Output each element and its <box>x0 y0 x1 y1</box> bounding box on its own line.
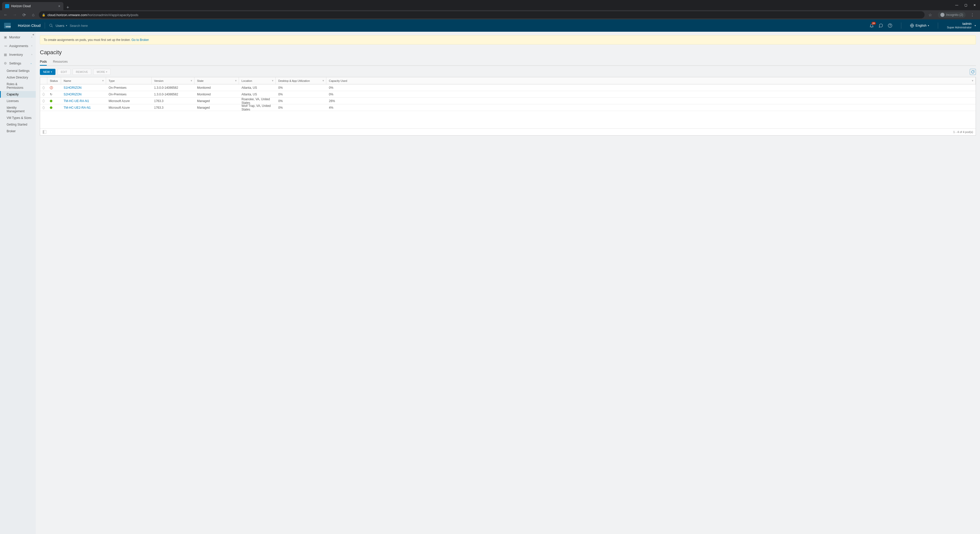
filter-icon[interactable]: ▼ <box>971 79 974 82</box>
feedback-button[interactable] <box>878 23 883 28</box>
cell-capacity: 0% <box>326 91 976 97</box>
cell-desktop: 0% <box>276 91 326 97</box>
col-type[interactable]: Type <box>106 77 151 84</box>
sidebar-sub-getting[interactable]: Getting Started <box>0 121 36 128</box>
sidebar-sub-ad[interactable]: Active Directory <box>0 74 36 81</box>
filter-icon[interactable]: ▼ <box>102 79 104 82</box>
svg-line-1 <box>52 26 52 27</box>
row-radio[interactable] <box>43 106 45 109</box>
chevron-down-icon: ▾ <box>928 24 929 27</box>
table-row[interactable]: !S1HORIZONOn-Premises1.3.0.0-14086582Mon… <box>40 84 976 91</box>
grid-footer: 1 - 4 of 4 pod(s) <box>40 128 976 135</box>
new-button[interactable]: NEW ▾ <box>40 69 56 75</box>
row-radio[interactable] <box>43 93 45 96</box>
maximize-button[interactable]: ▢ <box>964 3 967 7</box>
cell-version: 1.3.0.0-14086582 <box>151 91 194 97</box>
search-icon[interactable] <box>49 24 53 28</box>
lock-icon: 🔒 <box>42 13 46 17</box>
reload-button[interactable]: ⟳ <box>21 11 28 18</box>
error-icon: ! <box>50 86 53 89</box>
col-version[interactable]: Version▼ <box>151 77 194 84</box>
gear-icon: ⚙ <box>3 61 7 65</box>
refresh-button[interactable] <box>970 69 976 75</box>
sidebar-sub-roles[interactable]: Roles & Permissions <box>0 81 36 91</box>
page-tabs: Pods Resources <box>40 58 976 66</box>
browser-menu-button[interactable]: ⋮ <box>969 11 976 18</box>
incognito-badge[interactable]: Incognito (2) <box>938 12 966 18</box>
language-selector[interactable]: English ▾ <box>910 24 929 28</box>
pod-name-link[interactable]: S2HORIZON <box>64 92 81 96</box>
tab-favicon <box>5 4 9 8</box>
bookmark-button[interactable]: ☆ <box>927 11 934 18</box>
close-window-button[interactable]: ✕ <box>974 3 976 7</box>
sidebar-item-assignments[interactable]: ⫘Assignments › <box>0 41 36 50</box>
col-name[interactable]: Name▼ <box>61 77 106 84</box>
pod-name-link[interactable]: TM-HC-UE2-RA-N1 <box>64 106 91 110</box>
status-ok-icon <box>50 100 52 102</box>
new-tab-button[interactable]: + <box>64 5 72 10</box>
home-button[interactable]: ⌂ <box>30 11 37 18</box>
cell-capacity: 4% <box>326 104 976 111</box>
filter-icon[interactable]: ▼ <box>190 79 192 82</box>
app-header: vmw Horizon Cloud Users ▾ 20 English ▾ <box>0 19 980 32</box>
sidebar-item-inventory[interactable]: ▦Inventory › <box>0 50 36 59</box>
globe-icon <box>910 24 914 28</box>
cell-location: Wolf Trap, VA, United States <box>239 104 276 111</box>
row-radio[interactable] <box>43 86 45 89</box>
col-state[interactable]: State▼ <box>194 77 239 84</box>
user-menu[interactable]: tadmin Super Administrator <box>947 22 972 29</box>
pod-name-link[interactable]: S1HORIZON <box>64 86 81 89</box>
logo-text: vmw <box>6 26 11 28</box>
sidebar-item-monitor[interactable]: ▣Monitor › <box>0 33 36 41</box>
sidebar-sub-broker[interactable]: Broker <box>0 128 36 134</box>
column-toggle-button[interactable] <box>43 130 46 134</box>
help-button[interactable] <box>888 23 892 28</box>
product-name: Horizon Cloud <box>18 24 41 28</box>
notification-badge: 20 <box>872 22 876 25</box>
svg-point-3 <box>890 26 890 27</box>
browser-tab[interactable]: Horizon Cloud × <box>2 2 64 10</box>
table-row[interactable]: TM-HC-UE-RA-N1Microsoft Azure1763.3Manag… <box>40 98 976 104</box>
cell-location: Roanoke, VA, United States <box>239 98 276 104</box>
sidebar-sub-identity[interactable]: Identity Management <box>0 104 36 115</box>
cell-desktop: 0% <box>276 98 326 104</box>
go-to-broker-link[interactable]: Go to Broker <box>132 38 149 42</box>
close-tab-icon[interactable]: × <box>58 4 60 8</box>
table-row[interactable]: TM-HC-UE2-RA-N1Microsoft Azure1763.3Mana… <box>40 104 976 111</box>
filter-icon[interactable]: ▼ <box>235 79 237 82</box>
cell-type: Microsoft Azure <box>106 98 151 104</box>
sidebar-sub-vmtypes[interactable]: VM Types & Sizes <box>0 115 36 121</box>
notifications-button[interactable]: 20 <box>869 23 874 28</box>
tab-pods[interactable]: Pods <box>40 58 47 66</box>
tab-resources[interactable]: Resources <box>53 58 67 65</box>
row-radio[interactable] <box>43 99 45 102</box>
forward-button[interactable]: → <box>11 11 18 18</box>
back-button[interactable]: ← <box>2 11 9 18</box>
table-row[interactable]: ↻S2HORIZONOn-Premises1.3.0.0-14086582Mon… <box>40 91 976 98</box>
collapse-sidebar-button[interactable]: « <box>32 33 34 36</box>
sidebar-sub-capacity[interactable]: Capacity <box>0 91 36 98</box>
sidebar-sub-general[interactable]: General Settings <box>0 67 36 74</box>
col-select <box>40 77 47 84</box>
more-button[interactable]: MORE ▾ <box>93 69 111 75</box>
search-input[interactable] <box>70 24 121 28</box>
cell-state: Managed <box>194 98 239 104</box>
edit-button[interactable]: EDIT <box>57 69 70 75</box>
sidebar-sub-licenses[interactable]: Licenses <box>0 98 36 104</box>
col-desktop[interactable]: Desktop & App Utilization▼ <box>276 77 326 84</box>
status-ok-icon <box>50 107 52 109</box>
search-scope-dropdown[interactable]: Users ▾ <box>56 24 67 28</box>
col-status[interactable]: Status <box>47 77 61 84</box>
cell-capacity: 26% <box>326 98 976 104</box>
filter-icon[interactable]: ▼ <box>322 79 325 82</box>
address-bar[interactable]: 🔒 cloud.horizon.vmware.com/horizonadmin/… <box>39 11 924 18</box>
col-location[interactable]: Location▼ <box>239 77 276 84</box>
pod-name-link[interactable]: TM-HC-UE-RA-N1 <box>64 99 89 103</box>
sidebar-item-settings[interactable]: ⚙Settings ⌄ <box>0 59 36 67</box>
tab-title: Horizon Cloud <box>11 4 56 8</box>
minimize-button[interactable]: — <box>955 3 958 7</box>
filter-icon[interactable]: ▼ <box>271 79 274 82</box>
col-capacity[interactable]: Capacity Used▼ <box>326 77 976 84</box>
remove-button[interactable]: REMOVE <box>73 69 91 75</box>
sync-icon: ↻ <box>50 92 52 96</box>
